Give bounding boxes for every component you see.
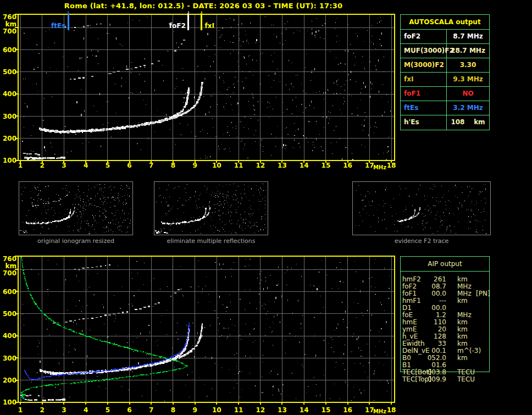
autoscala-row-fxI: fxI9.3 MHz: [401, 73, 489, 87]
autoscala-row-value: 28.7 MHz: [447, 44, 489, 58]
svg-text:16: 16: [343, 406, 352, 414]
noise-layer: [22, 16, 391, 161]
svg-text:500: 500: [3, 310, 16, 318]
trace-f2_o: [397, 209, 416, 222]
ionogram-canvas-top: 760km70060050040030020010012345678910111…: [0, 0, 407, 171]
autoscala-row-label: foF1: [401, 87, 447, 101]
gridlines: [18, 14, 395, 161]
noise-layer: [355, 184, 486, 234]
svg-text:700: 700: [3, 269, 16, 277]
svg-text:5: 5: [106, 162, 110, 169]
trace-hop3: [35, 186, 49, 189]
autoscala-row-MUF(3000)F2: MUF(3000)F228.7 MHz: [401, 44, 489, 58]
autoscala-row-value: 8.7 MHz: [447, 30, 489, 43]
aip-table-body: hmF2261kmfoF208.7MHzfoF100.0MHz[PN]hmF1-…: [401, 276, 495, 383]
autoscala-row-value: NO: [447, 87, 489, 101]
svg-text:4: 4: [84, 406, 88, 414]
svg-text:6: 6: [127, 406, 131, 414]
svg-text:foF2: foF2: [169, 22, 186, 30]
autoscala-row-label: foF2: [401, 30, 447, 43]
caption-original-ionogram: original ionogram resized: [19, 237, 133, 245]
trace-hop2_cusp: [65, 192, 70, 197]
svg-text:760: 760: [3, 255, 16, 263]
autoscala-row-value: 9.3 MHz: [447, 73, 489, 86]
autoscala-row-label: M(3000)F2: [401, 58, 447, 72]
trace-f2_x: [196, 207, 210, 221]
panel-original-ionogram: [19, 181, 133, 235]
trace-hop2: [53, 302, 160, 324]
svg-text:10: 10: [212, 162, 221, 169]
autoscala-row-label: ftEs: [401, 101, 447, 115]
svg-text:400: 400: [3, 90, 16, 98]
autoscala-row-foF1: foF1NO: [401, 87, 489, 101]
autoscala-row-M(3000)F2: M(3000)F23.30: [401, 58, 489, 73]
aip-row-B0: B0052.0km: [401, 355, 495, 362]
autoscala-row-foF2: foF28.7 MHz: [401, 30, 489, 44]
svg-text:7: 7: [149, 162, 153, 169]
svg-text:13: 13: [278, 162, 287, 169]
plot-frame: [15, 256, 395, 405]
svg-text:11: 11: [234, 162, 243, 169]
svg-text:4: 4: [84, 162, 88, 169]
ionogram-bottom: 760km70060050040030020010012345678910111…: [0, 250, 407, 415]
svg-text:km: km: [5, 262, 16, 270]
svg-text:km: km: [5, 20, 16, 28]
svg-text:fxI: fxI: [205, 22, 214, 30]
autoscala-row-label: MUF(3000)F2: [401, 44, 447, 58]
svg-text:6: 6: [127, 162, 131, 169]
svg-text:15: 15: [322, 162, 331, 169]
svg-text:12: 12: [256, 162, 265, 169]
svg-text:2: 2: [40, 162, 45, 169]
svg-text:3: 3: [62, 162, 66, 169]
svg-text:2: 2: [40, 406, 45, 414]
trace-hop2_cusp: [170, 289, 180, 297]
caption-eliminate-reflections: eliminate multiple reflections: [154, 237, 268, 245]
trace-f2_o: [161, 208, 207, 225]
trace-es: [24, 157, 65, 159]
svg-text:14: 14: [300, 162, 309, 169]
svg-text:8: 8: [171, 162, 175, 169]
svg-text:1: 1: [18, 162, 23, 169]
trace-f2_o: [39, 87, 190, 134]
trace-hop2: [167, 206, 169, 206]
svg-text:MHz: MHz: [373, 408, 386, 414]
noise-layer: [156, 184, 267, 234]
svg-text:400: 400: [3, 332, 16, 340]
svg-text:14: 14: [300, 406, 309, 414]
aip-row-TEC[Top]: TEC[Top]009.9TECU: [401, 376, 495, 383]
aip-row-hmF1: hmF1---km: [401, 297, 495, 305]
svg-text:1: 1: [18, 406, 23, 414]
trace-f2_x: [155, 323, 203, 365]
svg-text:18: 18: [387, 406, 396, 414]
autoscala-row-label: fxI: [401, 73, 447, 86]
gridlines: [18, 256, 395, 402]
svg-text:600: 600: [3, 46, 16, 54]
trace-hop2: [32, 199, 62, 206]
aip-table-header: AIP output: [401, 257, 489, 272]
svg-text:9: 9: [192, 406, 197, 414]
svg-text:16: 16: [343, 162, 352, 169]
trace-f2_o: [26, 209, 71, 225]
noise-layer: [21, 184, 131, 235]
svg-text:5: 5: [106, 406, 110, 414]
ionogram-canvas-mini2: [154, 182, 268, 235]
svg-text:ftEs: ftEs: [51, 22, 65, 30]
aip-row-unit: TECU: [457, 376, 475, 383]
svg-text:500: 500: [3, 68, 16, 76]
trace-es2: [155, 230, 162, 231]
svg-text:300: 300: [3, 113, 16, 120]
svg-text:600: 600: [3, 288, 16, 296]
axis-labels: 760km70060050040030020010012345678910111…: [3, 255, 396, 414]
aip-row-unit: km: [457, 297, 468, 305]
trace-es: [156, 232, 168, 234]
svg-text:200: 200: [3, 135, 16, 142]
svg-text:18: 18: [387, 162, 396, 169]
ionogram-canvas-bottom: 760km70060050040030020010012345678910111…: [0, 250, 407, 415]
noise-layer: [23, 258, 390, 402]
trace-es: [25, 399, 66, 401]
autoscala-row-label: h'Es: [401, 115, 447, 130]
aip-row-extra: [PN]: [476, 290, 490, 297]
axis-labels: 760km70060050040030020010012345678910111…: [3, 13, 396, 170]
trace-es2: [23, 153, 41, 156]
svg-text:760: 760: [3, 13, 16, 21]
